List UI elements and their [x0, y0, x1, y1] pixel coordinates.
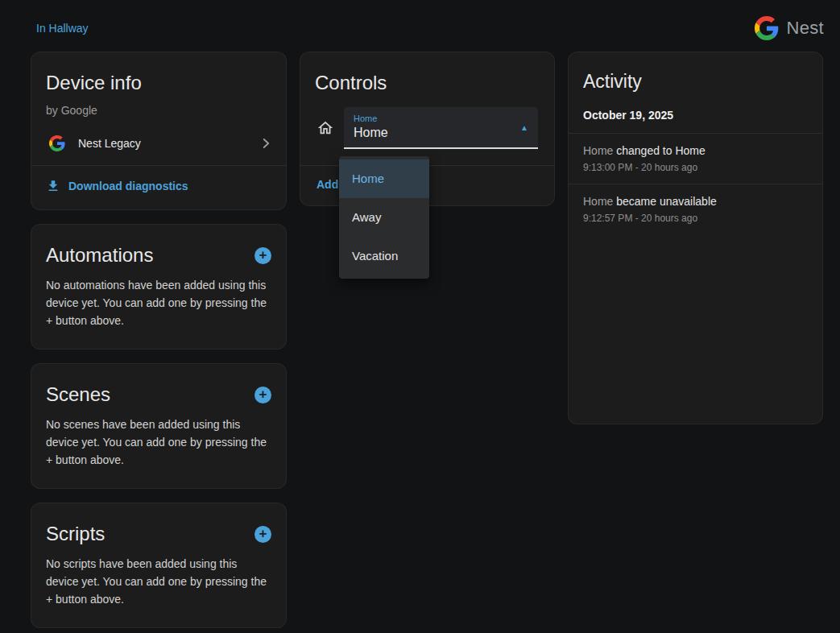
scenes-title: Scenes	[46, 383, 110, 406]
activity-entry: Home changed to Home 9:13:00 PM - 20 hou…	[569, 134, 822, 184]
scenes-card: Scenes + No scenes have been added using…	[31, 363, 287, 489]
controls-card: Controls Home Home ▲ Add Home Away Vacat…	[300, 52, 555, 206]
middle-column: Controls Home Home ▲ Add Home Away Vacat…	[300, 52, 555, 206]
menu-item-away[interactable]: Away	[339, 198, 429, 237]
activity-message: changed to Home	[616, 144, 706, 157]
activity-title: Activity	[569, 52, 822, 93]
caret-up-icon: ▲	[520, 123, 528, 132]
activity-entry: Home became unavailable 9:12:57 PM - 20 …	[569, 184, 822, 234]
activity-entity-link[interactable]: Home	[583, 144, 613, 157]
automations-card: Automations + No automations have been a…	[31, 224, 287, 350]
download-diagnostics-label: Download diagnostics	[68, 180, 188, 192]
home-mode-dropdown-menu: Home Away Vacation	[339, 156, 429, 279]
scenes-empty-text: No scenes have been added using this dev…	[31, 406, 286, 488]
activity-message: became unavailable	[616, 195, 717, 208]
right-column: Activity October 19, 2025 Home changed t…	[568, 52, 823, 424]
main-content: Device info by Google Nest Legacy	[31, 52, 840, 628]
activity-date: October 19, 2025	[569, 93, 822, 133]
breadcrumb[interactable]: In Hallway	[36, 22, 89, 35]
add-automation-button[interactable]: +	[254, 247, 271, 264]
device-manufacturer: by Google	[31, 94, 286, 117]
download-diagnostics-button[interactable]: Download diagnostics	[31, 166, 286, 209]
chevron-right-icon	[257, 134, 275, 152]
device-info-title: Device info	[31, 52, 286, 94]
brand: Nest	[755, 16, 824, 40]
google-logo-icon	[755, 16, 779, 40]
scripts-title: Scripts	[46, 523, 105, 545]
device-info-card: Device info by Google Nest Legacy	[31, 52, 287, 210]
page-header: In Hallway Nest	[0, 0, 840, 52]
add-scene-button[interactable]: +	[254, 387, 271, 403]
select-value: Home	[354, 126, 511, 140]
left-column: Device info by Google Nest Legacy	[31, 52, 287, 628]
automations-empty-text: No automations have been added using thi…	[31, 267, 286, 349]
activity-timestamp: 9:12:57 PM - 20 hours ago	[583, 213, 808, 224]
menu-item-vacation[interactable]: Vacation	[339, 237, 429, 275]
device-model-row[interactable]: Nest Legacy	[31, 117, 286, 165]
activity-timestamp: 9:13:00 PM - 20 hours ago	[583, 162, 808, 173]
home-icon	[317, 119, 334, 137]
download-icon	[46, 179, 60, 193]
automations-title: Automations	[46, 244, 153, 267]
select-label: Home	[354, 114, 511, 123]
add-script-button[interactable]: +	[254, 526, 271, 543]
home-mode-select[interactable]: Home Home ▲	[344, 107, 538, 149]
menu-item-home[interactable]: Home	[339, 159, 429, 198]
activity-card: Activity October 19, 2025 Home changed t…	[568, 52, 823, 424]
scripts-empty-text: No scripts have been added using this de…	[31, 545, 286, 627]
scripts-card: Scripts + No scripts have been added usi…	[31, 503, 287, 628]
device-model-label: Nest Legacy	[78, 137, 247, 150]
brand-name: Nest	[787, 18, 824, 39]
activity-entity-link[interactable]: Home	[583, 195, 613, 208]
controls-title: Controls	[300, 52, 554, 94]
google-g-icon	[48, 135, 67, 151]
